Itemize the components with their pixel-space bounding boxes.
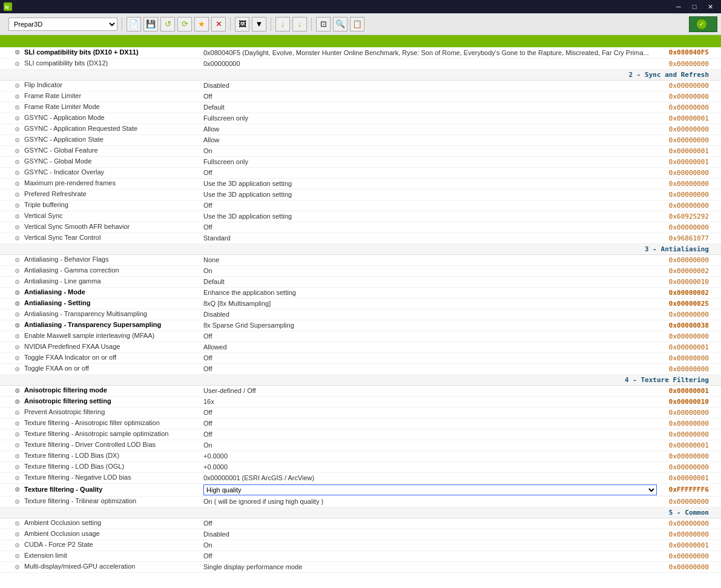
toolbar-btn-delete[interactable]: ✕ bbox=[211, 17, 226, 31]
gear-icon: ⚙ bbox=[15, 409, 22, 417]
table-row[interactable]: ⚙GSYNC - Global Feature On 0x00000001 bbox=[0, 145, 721, 156]
setting-hex: 0x00000002 bbox=[660, 265, 721, 276]
toolbar-btn-1[interactable]: 📄 bbox=[127, 17, 141, 31]
setting-value: Off bbox=[200, 331, 660, 342]
table-row[interactable]: ⚙SLI compatibility bits (DX12) 0x0000000… bbox=[0, 58, 721, 69]
setting-name: ⚙GSYNC - Global Feature bbox=[0, 145, 200, 156]
table-row[interactable]: ⚙Antialiasing - Mode Enhance the applica… bbox=[0, 287, 721, 298]
table-row[interactable]: ⚙Frame Rate Limiter Mode Default 0x00000… bbox=[0, 102, 721, 113]
toolbar-btn-6[interactable]: ▼ bbox=[252, 17, 266, 31]
table-row[interactable]: ⚙Texture filtering - Trilinear optimizat… bbox=[0, 496, 721, 507]
setting-name: ⚙Texture filtering - Negative LOD bias bbox=[0, 472, 200, 483]
gear-icon: ⚙ bbox=[15, 180, 22, 188]
table-row[interactable]: ⚙GSYNC - Application State Allow 0x00000… bbox=[0, 134, 721, 145]
table-row[interactable]: ⚙Multi-display/mixed-GPU acceleration Si… bbox=[0, 561, 721, 572]
gear-icon: ⚙ bbox=[15, 213, 22, 220]
gear-icon: ⚙ bbox=[15, 115, 22, 122]
gear-icon: ⚙ bbox=[15, 388, 22, 395]
toolbar-btn-5[interactable]: 🖼 bbox=[235, 17, 249, 31]
table-row[interactable]: ⚙Prevent Anisotropic filtering Off 0x000… bbox=[0, 407, 721, 418]
toolbar-btn-star[interactable]: ★ bbox=[194, 17, 209, 31]
table-row[interactable]: ⚙Enable Maxwell sample interleaving (MFA… bbox=[0, 331, 721, 342]
table-row[interactable]: ⚙Vertical Sync Tear Control Standard 0x9… bbox=[0, 233, 721, 243]
toolbar-separator-4 bbox=[311, 18, 312, 31]
toolbar-btn-8[interactable]: ↓ bbox=[292, 17, 307, 31]
table-row[interactable]: ⚙Prefered Refreshrate Use the 3D applica… bbox=[0, 189, 721, 200]
table-row[interactable]: ⚙Ambient Occlusion usage Disabled 0x0000… bbox=[0, 529, 721, 540]
setting-value: Default bbox=[200, 276, 660, 287]
setting-hex: 0x00000000 bbox=[660, 363, 721, 374]
table-row[interactable]: ⚙Ambient Occlusion setting Off 0x0000000… bbox=[0, 518, 721, 529]
table-row[interactable]: ⚙Triple buffering Off 0x00000000 bbox=[0, 200, 721, 211]
table-row[interactable]: ⚙Texture filtering - Anisotropic filter … bbox=[0, 418, 721, 429]
apply-changes-button[interactable]: ✓ bbox=[689, 16, 717, 32]
close-button[interactable]: ✕ bbox=[703, 2, 717, 12]
table-row[interactable]: ⚙GSYNC - Application Mode Fullscreen onl… bbox=[0, 113, 721, 124]
toolbar-btn-3[interactable]: ↺ bbox=[160, 17, 175, 31]
table-row[interactable]: ⚙GSYNC - Global Mode Fullscreen only 0x0… bbox=[0, 156, 721, 167]
table-row[interactable]: ⚙Antialiasing - Behavior Flags None 0x00… bbox=[0, 254, 721, 265]
setting-hex: 0x96861077 bbox=[660, 233, 721, 243]
setting-name: ⚙Ambient Occlusion usage bbox=[0, 529, 200, 540]
table-row[interactable]: ⚙Anisotropic filtering setting 16x 0x000… bbox=[0, 396, 721, 407]
table-row[interactable]: ⚙Antialiasing - Transparency Multisampli… bbox=[0, 309, 721, 320]
gear-icon: ⚙ bbox=[15, 61, 22, 68]
setting-value: Off bbox=[200, 429, 660, 440]
table-row[interactable]: ⚙SLI compatibility bits (DX10 + DX11) 0x… bbox=[0, 47, 721, 58]
setting-value-dropdown[interactable]: High quality bbox=[200, 483, 660, 496]
setting-hex: 0x00000001 bbox=[660, 145, 721, 156]
profile-selector[interactable]: Prepar3D bbox=[8, 18, 117, 31]
setting-value: Off bbox=[200, 91, 660, 102]
toolbar-btn-4[interactable]: ⟳ bbox=[177, 17, 192, 31]
setting-name: ⚙Toggle FXAA on or off bbox=[0, 363, 200, 374]
table-row[interactable]: ⚙Flip Indicator Disabled 0x00000000 bbox=[0, 80, 721, 91]
setting-hex: 0x00000000 bbox=[660, 407, 721, 418]
table-row[interactable]: ⚙Texture filtering - LOD Bias (OGL) +0.0… bbox=[0, 461, 721, 472]
setting-name: ⚙Texture filtering - LOD Bias (DX) bbox=[0, 451, 200, 461]
setting-hex: 0x00000010 bbox=[660, 276, 721, 287]
maximize-button[interactable]: □ bbox=[687, 2, 702, 12]
quality-dropdown[interactable]: High quality bbox=[203, 484, 657, 495]
table-row[interactable]: ⚙Antialiasing - Line gamma Default 0x000… bbox=[0, 276, 721, 287]
table-row[interactable]: ⚙GSYNC - Application Requested State All… bbox=[0, 124, 721, 134]
table-row[interactable]: ⚙Antialiasing - Transparency Supersampli… bbox=[0, 320, 721, 331]
setting-name: ⚙Frame Rate Limiter bbox=[0, 91, 200, 102]
table-row[interactable]: ⚙Texture filtering - Anisotropic sample … bbox=[0, 429, 721, 440]
table-row[interactable]: ⚙Toggle FXAA Indicator on or off Off 0x0… bbox=[0, 352, 721, 363]
setting-hex: 0x00000000 bbox=[660, 91, 721, 102]
toolbar-btn-2[interactable]: 💾 bbox=[143, 17, 158, 31]
minimize-button[interactable]: ─ bbox=[671, 2, 686, 12]
table-row[interactable]: ⚙Antialiasing - Setting 8xQ [8x Multisam… bbox=[0, 298, 721, 309]
table-row[interactable]: ⚙Maximum pre-rendered frames Use the 3D … bbox=[0, 178, 721, 189]
table-row[interactable]: ⚙Vertical Sync Use the 3D application se… bbox=[0, 211, 721, 222]
gear-icon: ⚙ bbox=[15, 93, 22, 101]
table-row[interactable]: ⚙Frame Rate Limiter Off 0x00000000 bbox=[0, 91, 721, 102]
toolbar-btn-7[interactable]: ↓ bbox=[275, 17, 290, 31]
toolbar-btn-9[interactable]: ⊡ bbox=[316, 17, 331, 31]
setting-name: ⚙Antialiasing - Setting bbox=[0, 298, 200, 309]
table-row[interactable]: ⚙NVIDIA Predefined FXAA Usage Allowed 0x… bbox=[0, 342, 721, 352]
setting-value: Off bbox=[200, 200, 660, 211]
table-row[interactable]: ⚙GSYNC - Indicator Overlay Off 0x0000000… bbox=[0, 167, 721, 178]
setting-hex: 0x00000000 bbox=[660, 200, 721, 211]
toolbar-btn-11[interactable]: 📋 bbox=[350, 17, 364, 31]
setting-value: Fullscreen only bbox=[200, 113, 660, 124]
table-row[interactable]: ⚙Texture filtering - Quality High qualit… bbox=[0, 483, 721, 496]
toolbar-btn-10[interactable]: 🔍 bbox=[333, 17, 347, 31]
table-row[interactable]: ⚙Antialiasing - Gamma correction On 0x00… bbox=[0, 265, 721, 276]
table-row[interactable]: ⚙Extension limit Off 0x00000000 bbox=[0, 550, 721, 561]
gear-icon: ⚙ bbox=[15, 344, 22, 351]
setting-value: Off bbox=[200, 167, 660, 178]
setting-name: ⚙Texture filtering - Driver Controlled L… bbox=[0, 440, 200, 451]
setting-hex: 0x080040F5 bbox=[660, 47, 721, 58]
table-row[interactable]: ⚙Anisotropic filtering mode User-defined… bbox=[0, 385, 721, 396]
table-row[interactable]: ⚙CUDA - Force P2 State On 0x00000001 bbox=[0, 540, 721, 550]
table-row[interactable]: ⚙Toggle FXAA on or off Off 0x00000000 bbox=[0, 363, 721, 374]
table-row[interactable]: ⚙Texture filtering - LOD Bias (DX) +0.00… bbox=[0, 451, 721, 461]
section-label: 2 - Sync and Refresh bbox=[0, 69, 721, 80]
setting-hex: 0x00000010 bbox=[660, 396, 721, 407]
table-row[interactable]: ⚙Vertical Sync Smooth AFR behavior Off 0… bbox=[0, 222, 721, 233]
table-row[interactable]: ⚙Texture filtering - Driver Controlled L… bbox=[0, 440, 721, 451]
settings-table-container[interactable]: ⚙SLI compatibility bits (DX10 + DX11) 0x… bbox=[0, 47, 721, 588]
table-row[interactable]: ⚙Texture filtering - Negative LOD bias 0… bbox=[0, 472, 721, 483]
